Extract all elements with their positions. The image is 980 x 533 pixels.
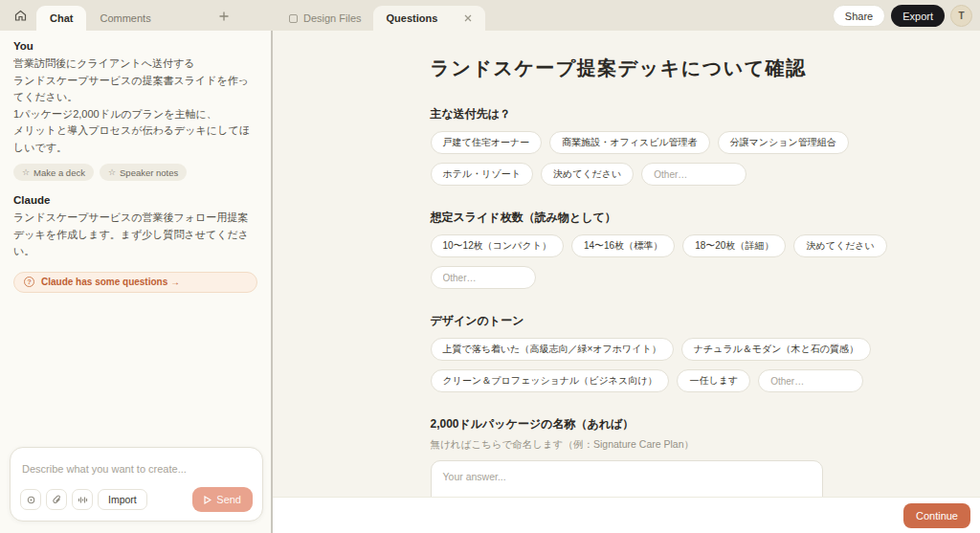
question-label: デザインのトーン [431,313,823,329]
option-pill[interactable]: 10〜12枚（コンパクト） [431,234,564,257]
tab-design-files[interactable]: Design Files [278,6,373,31]
user-message-line: ランドスケープサービスの提案書スライドを作ってください。 [13,73,257,106]
option-row: 戸建て住宅オーナー 商業施設・オフィスビル管理者 分譲マンション管理組合 [431,131,823,154]
option-pill[interactable]: 一任します [677,369,750,392]
assistant-message-text: ランドスケープサービスの営業後フォロー用提案デッキを作成します。まず少し質問させ… [13,210,257,260]
star-icon: ☆ [108,167,116,177]
question-label: 主な送付先は？ [431,106,823,122]
content-area: You 営業訪問後にクライアントへ送付する ランドスケープサービスの提案書スライ… [0,31,980,533]
close-icon [464,14,472,22]
option-pill[interactable]: ホテル・リゾート [431,163,533,186]
assistant-author-label: Claude [13,194,257,206]
chip-make-a-deck[interactable]: ☆ Make a deck [13,164,94,181]
option-row [431,266,823,289]
user-message: You 営業訪問後にクライアントへ送付する ランドスケープサービスの提案書スライ… [13,40,257,181]
tab-questions-label: Questions [387,12,438,24]
export-button[interactable]: Export [891,5,945,27]
option-row: 10〜12枚（コンパクト） 14〜16枚（標準） 18〜20枚（詳細） 決めてく… [431,234,823,257]
continue-button[interactable]: Continue [903,503,970,528]
tab-design-files-label: Design Files [303,12,362,24]
send-button-label: Send [216,494,241,505]
voice-button[interactable] [72,489,93,510]
send-button[interactable]: Send [192,487,253,512]
option-row: 上質で落ち着いた（高級志向／緑×オフホワイト） ナチュラル＆モダン（木と石の質感… [431,338,823,361]
option-pill[interactable]: クリーン＆プロフェッショナル（ビジネス向け） [431,369,670,392]
assistant-message: Claude ランドスケープサービスの営業後フォロー用提案デッキを作成します。ま… [13,194,257,293]
send-icon [204,496,212,504]
chip-label: Make a deck [33,167,85,178]
tab-comments-label: Comments [100,12,150,24]
question-label: 2,000ドルパッケージの名称（あれば） [431,416,823,433]
option-row: クリーン＆プロフェッショナル（ビジネス向け） 一任します [431,369,823,392]
avatar[interactable]: T [950,5,972,27]
questions-panel: ランドスケープ提案デッキについて確認 主な送付先は？ 戸建て住宅オーナー 商業施… [273,31,980,533]
share-button[interactable]: Share [833,5,885,27]
close-tab-button[interactable] [464,14,472,22]
gear-icon [26,495,36,505]
attachment-chips: ☆ Make a deck ☆ Speaker notes [13,164,257,181]
option-pill[interactable]: 戸建て住宅オーナー [431,131,543,154]
user-author-label: You [13,40,257,52]
question-slide-count: 想定スライド枚数（読み物として） 10〜12枚（コンパクト） 14〜16枚（標準… [431,210,823,289]
tab-chat-label: Chat [50,12,73,24]
user-message-line: メリットと導入プロセスが伝わるデッキにしてほしいです。 [13,122,257,156]
composer-toolbar: Import Send [20,487,253,512]
chat-sidebar: You 営業訪問後にクライアントへ送付する ランドスケープサービスの提案書スライ… [0,31,271,533]
app-root: Chat Comments Design Files Questions S [0,0,980,533]
question-recipients: 主な送付先は？ 戸建て住宅オーナー 商業施設・オフィスビル管理者 分譲マンション… [431,106,823,186]
user-message-line: 1パッケージ2,000ドルのプランを主軸に、 [13,106,257,123]
option-other-input[interactable] [641,163,746,186]
page-title: ランドスケープ提案デッキについて確認 [431,56,823,81]
questions-form: ランドスケープ提案デッキについて確認 主な送付先は？ 戸建て住宅オーナー 商業施… [431,31,823,533]
add-tab-button[interactable] [214,7,234,26]
import-button[interactable]: Import [98,489,147,510]
question-label: 想定スライド枚数（読み物として） [431,210,823,226]
form-footer: Continue [273,497,980,533]
attach-button[interactable] [46,489,67,510]
chip-speaker-notes[interactable]: ☆ Speaker notes [100,164,187,181]
question-hint: 無ければこちらで命名します（例：Signature Care Plan） [431,438,823,452]
user-message-line: 営業訪問後にクライアントへ送付する [13,56,257,73]
waveform-icon [78,495,88,505]
tab-comments[interactable]: Comments [86,6,164,31]
home-icon [14,10,27,22]
option-pill[interactable]: 上質で落ち着いた（高級志向／緑×オフホワイト） [431,338,674,361]
star-icon: ☆ [22,167,30,177]
paperclip-icon [52,495,62,505]
option-pill[interactable]: 決めてください [793,234,886,257]
claude-questions-banner[interactable]: ? Claude has some questions → [13,272,257,293]
file-icon [289,14,298,23]
document-tabs: Design Files Questions [278,6,485,31]
option-other-input[interactable] [758,369,863,392]
plus-icon [219,11,229,21]
composer-input[interactable] [22,463,253,475]
sidebar-tabs: Chat Comments [0,5,234,31]
chat-messages: You 営業訪問後にクライアントへ送付する ランドスケープサービスの提案書スライ… [0,31,271,293]
chip-label: Speaker notes [120,167,178,178]
option-pill[interactable]: 決めてください [541,163,634,186]
option-pill[interactable]: 分譲マンション管理組合 [718,131,849,154]
claude-questions-banner-label: Claude has some questions → [41,277,180,287]
option-row: ホテル・リゾート 決めてください [431,163,823,186]
option-pill[interactable]: ナチュラル＆モダン（木と石の質感） [681,338,871,361]
topbar-actions: Share Export T [833,5,972,27]
tab-chat[interactable]: Chat [36,6,86,31]
question-design-tone: デザインのトーン 上質で落ち着いた（高級志向／緑×オフホワイト） ナチュラル＆モ… [431,313,823,392]
option-other-input[interactable] [431,266,536,289]
home-button[interactable] [10,5,31,26]
option-pill[interactable]: 18〜20枚（詳細） [682,234,786,257]
tab-questions[interactable]: Questions [373,6,486,31]
option-pill[interactable]: 14〜16枚（標準） [571,234,675,257]
option-pill[interactable]: 商業施設・オフィスビル管理者 [549,131,709,154]
question-circle-icon: ? [24,277,34,287]
settings-button[interactable] [20,489,41,510]
composer: Import Send [10,447,263,522]
topbar: Chat Comments Design Files Questions S [0,0,980,31]
